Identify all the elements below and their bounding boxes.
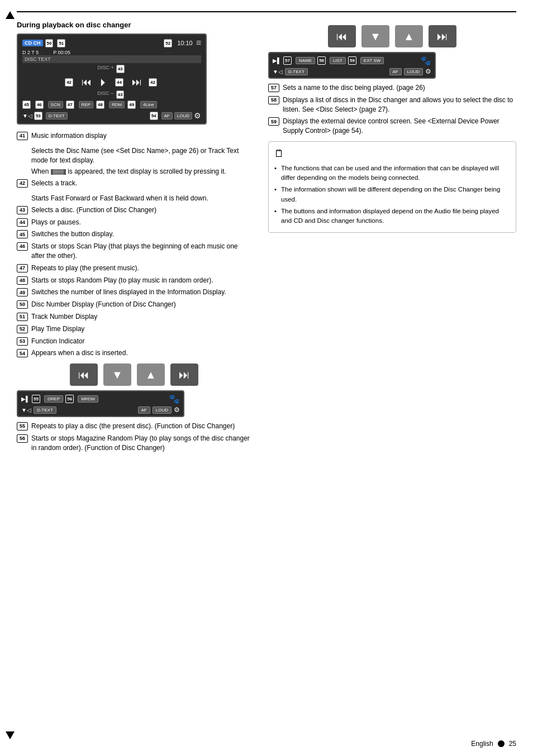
item-text-58: Displays a list of discs in the Disc cha…: [283, 95, 516, 114]
btn-af-2[interactable]: AF: [138, 406, 150, 414]
player-btn-up: ▲: [137, 363, 165, 386]
player-btn-down: ▼: [103, 363, 131, 386]
btn-loud-3[interactable]: LOUD: [404, 68, 423, 75]
time-display: 10:10: [177, 40, 193, 46]
page: During playback on disc changer CD CH 50…: [0, 0, 533, 756]
display-top-row: CD CH 50 51 52 10:10 ≡: [22, 38, 201, 48]
item-badge-48: 48: [17, 276, 28, 285]
btn-extsw[interactable]: EXT SW: [360, 57, 384, 64]
btn-list[interactable]: LIST: [330, 57, 346, 64]
btn-loud-1[interactable]: LOUD: [174, 112, 192, 119]
sub-display-top-row: ▶▌ 55 DREP 56 MRDM 🐾: [21, 394, 180, 404]
list-item-51: 51 Track Number Display: [17, 312, 251, 322]
item-list-42: 42 Selects a track.: [17, 179, 251, 188]
badge-54: 54: [150, 112, 158, 120]
list-item-45: 45 Switches the button display.: [17, 229, 251, 239]
item-text-47: Repeats to play (the present music).: [31, 264, 251, 273]
note-icon: 🗒: [274, 146, 510, 161]
item-text-42: Selects a track.: [31, 179, 251, 188]
list-item-44: 44 Plays or pauses.: [17, 218, 251, 227]
item-text-51: Track Number Display: [31, 312, 251, 322]
badge-58-display: 58: [317, 56, 326, 65]
item-badge-43: 43: [17, 206, 28, 214]
item-text-45: Switches the button display.: [31, 229, 251, 239]
btn-dtext-1[interactable]: D-TEXT: [46, 112, 68, 119]
note-item-1: The functions that can be used and the i…: [274, 164, 510, 183]
item-list-43-54: 43 Selects a disc. (Function of Disc Cha…: [17, 205, 251, 358]
badge-44: 44: [115, 78, 123, 87]
btn-dtext-3[interactable]: D-TEXT: [285, 68, 308, 75]
item-badge-53: 53: [17, 337, 28, 346]
item-text-56: Starts or stops Magazine Random Play (to…: [31, 434, 251, 453]
next-icon: ⏭: [132, 76, 142, 88]
bottom-nav-triangle: [6, 731, 15, 739]
list-item-55: 55 Repeats to play a disc (the present d…: [17, 422, 251, 431]
item-text-44: Plays or pauses.: [31, 218, 251, 227]
btn-af-3[interactable]: AF: [389, 68, 402, 75]
btn-drep[interactable]: DREP: [44, 395, 63, 403]
bottom-buttons: 45 46 SCN 47 REP 48 RDM 49 4Line: [22, 101, 201, 109]
badge-51: 51: [57, 39, 65, 47]
list-item-54: 54 Appears when a disc is inserted.: [17, 348, 251, 358]
btn-scn[interactable]: SCN: [48, 101, 63, 108]
list-item-46: 46 Starts or stops Scan Play (that plays…: [17, 242, 251, 261]
item-badge-42: 42: [17, 179, 28, 188]
btn-4line[interactable]: 4Line: [140, 101, 157, 108]
right-column: ⏮ ▼ ▲ ⏭ ▶▌ 57 NAME 58 LIST 59 EXT SW 🐾 ▼…: [268, 21, 516, 458]
badge-57-display: 57: [283, 56, 292, 65]
btn-loud-2[interactable]: LOUD: [153, 406, 172, 414]
list-item-53: 53 Function Indicator: [17, 337, 251, 346]
item-list-41-54: 41 Music information display: [17, 131, 251, 141]
item-list-57-59: 57 Sets a name to the disc being played.…: [268, 83, 516, 136]
item-badge-49: 49: [17, 288, 28, 296]
track-info-row: D 2 T 5 P 00:05: [22, 50, 201, 55]
item-badge-52: 52: [17, 325, 28, 333]
note-item-3: The buttons and information displayed de…: [274, 207, 510, 226]
badge-49: 49: [127, 101, 136, 109]
player-btn-skip-back-3: ⏮: [328, 25, 356, 47]
top-border: [17, 11, 516, 12]
list-item-47: 47 Repeats to play (the present music).: [17, 264, 251, 273]
btn-af-1[interactable]: AF: [161, 112, 173, 119]
player-btn-up-3: ▲: [395, 25, 423, 47]
item-sub-41b: When ▒▒▒ is appeared, the text display i…: [17, 167, 251, 176]
play-time: P 00:05: [53, 50, 70, 55]
badge-52: 52: [164, 39, 172, 47]
btn-name[interactable]: NAME: [296, 57, 315, 64]
badge-50: 50: [45, 39, 54, 47]
footer-bullet: [498, 740, 505, 747]
footer: English 25: [471, 740, 516, 748]
badge-43b: 43: [116, 90, 125, 99]
item-badge-51: 51: [17, 313, 28, 321]
badge-42b: 42: [149, 78, 157, 87]
list-item-58: 58 Displays a list of discs in the Disc …: [268, 95, 516, 114]
btn-mrdm[interactable]: MRDM: [78, 395, 98, 403]
left-column: During playback on disc changer CD CH 50…: [17, 21, 251, 458]
item-text-49: Switches the number of lines displayed i…: [31, 288, 251, 297]
disc-minus: DISC –: [98, 90, 114, 99]
prev-icon: ⏮: [82, 76, 92, 88]
sub-display-3: ▶▌ 57 NAME 58 LIST 59 EXT SW 🐾 ▼◁ D-TEXT…: [268, 52, 436, 79]
badge-45: 45: [22, 101, 31, 109]
top-nav-triangle: [6, 11, 15, 19]
item-text-52: Play Time Display: [31, 324, 251, 334]
list-item-50: 50 Disc Number Display (Function of Disc…: [17, 300, 251, 309]
item-text-57: Sets a name to the disc being played. (p…: [283, 83, 516, 93]
player-btn-skip-fwd: ⏭: [170, 363, 198, 386]
player-btn-skip-fwd-3: ⏭: [429, 25, 456, 47]
item-text-54: Appears when a disc is inserted.: [31, 348, 251, 358]
note-list: The functions that can be used and the i…: [274, 164, 510, 226]
btn-rdm[interactable]: RDM: [109, 101, 125, 108]
item-badge-57: 57: [268, 84, 279, 92]
play-icon: ⏵: [98, 76, 108, 88]
sub-display-2: ▶▌ 55 DREP 56 MRDM 🐾 ▼◁ D-TEXT AF LOUD ⚙: [17, 390, 184, 417]
item-list-55-56: 55 Repeats to play a disc (the present d…: [17, 422, 251, 452]
track-info: D 2 T 5: [22, 50, 39, 55]
item-badge-54: 54: [17, 349, 28, 357]
item-text-46: Starts or stops Scan Play (that plays th…: [31, 242, 251, 261]
disc-text-bar: DISC TEXT: [22, 55, 201, 63]
btn-rep[interactable]: REP: [79, 101, 93, 108]
list-item-57: 57 Sets a name to the disc being played.…: [268, 83, 516, 93]
btn-dtext-2[interactable]: D-TEXT: [34, 406, 56, 414]
cd-label: CD CH: [22, 40, 43, 46]
